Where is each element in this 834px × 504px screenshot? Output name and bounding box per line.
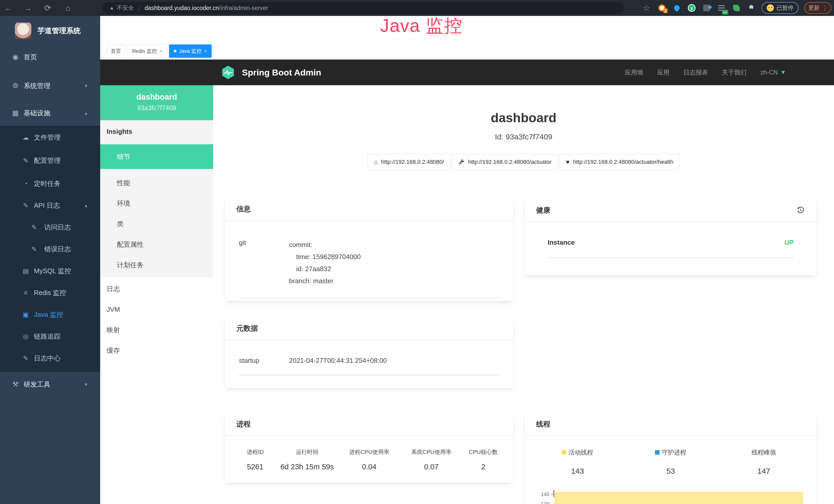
sidebar-item-error-logs[interactable]: ✎错误日志 <box>0 238 100 260</box>
edit-icon: ✎ <box>21 157 30 164</box>
sba-instance-block: dashboard 93a3fc7f7409 <box>100 85 213 120</box>
sba-item-scheduled-tasks[interactable]: 计划任务 <box>100 255 213 275</box>
profile-paused-pill[interactable]: 已暂停 <box>762 2 798 14</box>
card-health: 健康 Instance UP <box>525 199 817 275</box>
sidebar-item-config-manage[interactable]: ✎配置管理 <box>0 150 100 171</box>
sba-section-insights: Insights <box>100 121 213 142</box>
extension-green-icon[interactable]: y <box>687 3 696 13</box>
sidebar-item-mysql-monitor[interactable]: ▤MySQL 监控 <box>0 260 100 282</box>
chart-yellow-area <box>554 492 803 504</box>
sidebar-item-file-manage[interactable]: ☁文件管理 <box>0 126 100 148</box>
sba-item-environment[interactable]: 环境 <box>100 193 213 214</box>
green-circle-icon: y <box>688 4 696 12</box>
browser-reload-button[interactable]: ⟳ <box>40 0 56 16</box>
extension-leaf-icon[interactable] <box>732 3 741 13</box>
card-metadata: 元数据 startup 2021-04-27T00:44:31.254+08:0… <box>225 317 514 388</box>
leaf-icon <box>733 5 740 11</box>
home-icon: ⌂ <box>374 158 378 166</box>
history-icon[interactable] <box>796 206 805 215</box>
sba-brand-name: Spring Boot Admin <box>242 68 321 77</box>
health-row-label: Instance <box>548 238 575 247</box>
sba-sidebar: dashboard 93a3fc7f7409 Insights 细节 性能 环境… <box>100 85 213 504</box>
tags-view-bar: 首页 Redis 监控 × Java 监控 × <box>100 40 834 60</box>
legend-peak-threads: 线程峰值 147 <box>717 448 810 476</box>
puzzle-icon <box>748 5 755 11</box>
browser-home-button[interactable]: ⌂ <box>60 0 76 16</box>
close-icon[interactable]: × <box>159 48 162 54</box>
sba-instance-id: 93a3fc7f7409 <box>100 104 213 112</box>
sidebar-logo[interactable]: 芋道管理系统 <box>0 19 100 43</box>
extension-pin-icon[interactable] <box>672 3 681 13</box>
sidebar-item-scheduled-jobs[interactable]: ◔定时任务 <box>0 173 100 194</box>
tab-home[interactable]: 首页 <box>107 44 125 58</box>
sidebar-item-access-logs[interactable]: ✎访问日志 <box>0 216 100 238</box>
sidebar-item-infra[interactable]: ▦ 基础设施 ▴ <box>0 100 100 126</box>
app-logo-avatar <box>15 23 31 39</box>
health-url-button[interactable]: ♥ http://192.168.0.2:48080/actuator/heal… <box>559 154 680 170</box>
sidebar-item-api-logs[interactable]: ✎API 日志 ▴ <box>0 194 100 216</box>
browser-update-button[interactable]: 更新 ⋮ <box>804 2 831 14</box>
sba-nav-about[interactable]: 关于我们 <box>722 68 746 76</box>
extension-switch-icon[interactable]: on <box>717 3 726 13</box>
sidebar-item-system[interactable]: ⚙ 系统管理 ▾ <box>0 73 100 98</box>
sba-nav-journal[interactable]: 日志报表 <box>683 68 708 76</box>
info-git-row: git commit: time: 1596289704000 id: 27aa… <box>239 239 500 298</box>
sba-item-metrics[interactable]: 性能 <box>100 173 213 193</box>
service-url-button[interactable]: ⌂ http://192.168.0.2:48080/ <box>368 154 451 170</box>
address-bar[interactable]: ▲ 不安全 | dashboard.yudao.iocoder.cn /infr… <box>103 2 624 14</box>
grid-icon <box>703 5 710 11</box>
sidebar-item-dev-tools[interactable]: ⚒ 研发工具 ▾ <box>0 371 100 397</box>
chevron-down-icon: ▾ <box>85 381 87 387</box>
sba-item-caches[interactable]: 缓存 <box>100 340 213 361</box>
process-uptime: 运行时间 6d 23h 15m 59s <box>277 448 337 471</box>
card-process-title: 进程 <box>236 419 251 429</box>
sba-item-jvm[interactable]: JVM <box>100 299 213 320</box>
sba-item-config-props[interactable]: 配置属性 <box>100 234 213 255</box>
close-icon[interactable]: × <box>204 48 207 54</box>
server-icon: ▤ <box>21 267 30 275</box>
sba-main: dashboard Id: 93a3fc7f7409 ⌂ http://192.… <box>213 85 834 504</box>
wrench-icon <box>459 159 465 165</box>
sba-brand[interactable]: Spring Boot Admin <box>221 60 321 85</box>
browser-menu-icon[interactable]: ⋮ <box>822 4 828 12</box>
sba-item-classes[interactable]: 类 <box>100 214 213 234</box>
sidebar-item-tracing[interactable]: ◎链路追踪 <box>0 325 100 347</box>
extension-grid-icon[interactable] <box>702 3 711 13</box>
tab-java-monitor[interactable]: Java 监控 × <box>169 44 212 58</box>
extension-orange-icon[interactable]: 1 <box>657 3 666 13</box>
card-metadata-title: 元数据 <box>236 323 258 333</box>
card-process: 进程 进程ID 5261 运行时间 6d 23h 15m 59s 进程CPU使用… <box>225 413 514 483</box>
tab-redis-monitor[interactable]: Redis 监控 × <box>127 44 168 58</box>
actuator-url-button[interactable]: http://192.168.0.2:48080/actuator <box>452 154 558 170</box>
cloud-upload-icon: ☁ <box>21 134 30 141</box>
sba-item-mappings[interactable]: 映射 <box>100 320 213 340</box>
sidebar-item-label: 研发工具 <box>24 380 50 389</box>
sidebar-item-java-monitor[interactable]: ▣Java 监控 <box>0 303 100 325</box>
extensions-puzzle-icon[interactable] <box>747 3 756 13</box>
browser-back-button[interactable]: ← <box>0 0 17 16</box>
edit-icon: ✎ <box>29 224 39 231</box>
card-info-title: 信息 <box>236 204 251 214</box>
sidebar-item-home[interactable]: ◉ 首页 <box>0 44 100 70</box>
metadata-startup-row: startup 2021-04-27T00:44:31.254+08:00 <box>239 357 500 375</box>
instance-links: ⌂ http://192.168.0.2:48080/ http://192.1… <box>213 154 834 170</box>
health-instance-row: Instance UP <box>548 238 794 258</box>
sba-hexagon-logo-icon <box>221 65 235 80</box>
on-badge: on <box>722 10 728 15</box>
sidebar-item-label: 系统管理 <box>24 82 50 90</box>
sidebar-item-log-center[interactable]: ✎日志中心 <box>0 347 100 369</box>
process-cpu: 进程CPU使用率 0.04 <box>337 448 401 471</box>
sidebar-item-redis-monitor[interactable]: ≡Redis 监控 <box>0 282 100 304</box>
active-tab-dot <box>174 50 176 52</box>
top-navbar <box>100 16 834 40</box>
bookmark-star-icon[interactable]: ☆ <box>641 0 652 16</box>
security-label: 不安全 <box>117 4 134 12</box>
sba-locale-select[interactable]: zh-CN ▼ <box>760 69 786 76</box>
system-cpu: 系统CPU使用率 0.07 <box>401 448 462 471</box>
sba-item-logs[interactable]: 日志 <box>100 279 213 299</box>
heartbeat-icon: ♥ <box>566 158 569 166</box>
sba-nav-applications[interactable]: 应用 <box>657 68 670 76</box>
sba-item-details[interactable]: 细节 <box>100 144 213 169</box>
browser-forward-button[interactable]: → <box>20 0 36 16</box>
sba-nav-wallboard[interactable]: 应用墙 <box>625 68 643 76</box>
